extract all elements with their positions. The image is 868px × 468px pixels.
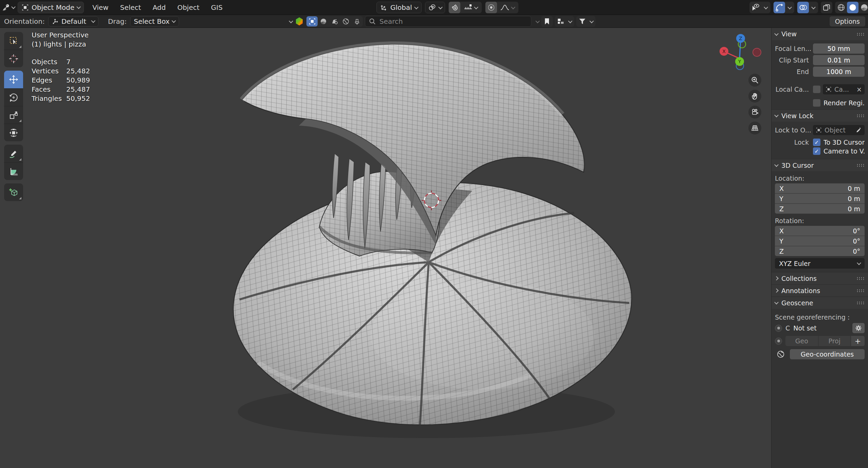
transform-tool[interactable] (4, 124, 23, 141)
viewport-header: Object Mode View Select Add Object GIS G… (0, 0, 868, 15)
pan-button[interactable] (748, 90, 761, 103)
display-mode-dropdown[interactable] (555, 16, 567, 26)
rotation-z-field[interactable]: Z0° (775, 246, 865, 256)
bookmark-button[interactable] (541, 16, 553, 27)
menu-add[interactable]: Add (147, 2, 172, 13)
gis-collapse-chevron-icon[interactable] (289, 19, 293, 23)
xray-toggle[interactable] (821, 2, 832, 13)
location-x-field[interactable]: X0 m (775, 183, 865, 193)
navigation-gizmo[interactable]: Z X Y (713, 29, 767, 75)
snap-target-dropdown[interactable] (460, 2, 481, 13)
add-cube-icon (8, 187, 19, 197)
filter-object-toggle[interactable] (306, 16, 318, 26)
proportional-falloff-dropdown[interactable] (497, 2, 518, 13)
mode-dropdown[interactable]: Object Mode (18, 2, 84, 13)
gizmo-dropdown-arrow[interactable] (785, 2, 794, 13)
shading-material-button[interactable] (858, 2, 868, 13)
panel-collections-header[interactable]: Collections (772, 272, 868, 284)
mode-label: Object Mode (32, 3, 74, 12)
panel-view-header[interactable]: View (772, 28, 868, 40)
shading-solid-button[interactable] (847, 2, 858, 13)
add-cube-tool[interactable] (4, 183, 23, 201)
transform-orientation-dropdown[interactable]: Global (376, 2, 422, 13)
panel-grip-handle[interactable] (856, 301, 865, 304)
panel-3d-cursor-header[interactable]: 3D Cursor (772, 159, 868, 171)
annotate-tool[interactable] (4, 145, 23, 162)
orientation-default-dropdown[interactable]: Default (48, 16, 99, 26)
gis-gem-icon[interactable] (295, 17, 304, 26)
local-camera-field[interactable]: Ca... × (823, 84, 865, 94)
panel-grip-handle[interactable] (856, 33, 865, 36)
scale-tool[interactable] (4, 106, 23, 124)
snap-toggle-button[interactable] (449, 2, 460, 13)
show-overlays-toggle[interactable] (797, 2, 809, 13)
menu-gis[interactable]: GIS (205, 2, 228, 13)
measure-tool[interactable] (4, 162, 23, 180)
geo-button[interactable]: Geo (785, 336, 818, 346)
menu-select[interactable]: Select (114, 2, 147, 13)
search-extra-chevron-icon[interactable] (535, 19, 540, 23)
filter-material-toggle[interactable] (318, 16, 329, 26)
ortho-toggle-button[interactable] (748, 122, 761, 134)
visibility-dropdown-arrow[interactable] (761, 2, 770, 13)
menu-view[interactable]: View (87, 2, 114, 13)
panel-geoscene-header[interactable]: Geoscene (772, 296, 868, 309)
rotation-x-field[interactable]: X0° (775, 226, 865, 236)
panel-grip-handle[interactable] (856, 289, 865, 292)
crs-settings-button[interactable] (852, 323, 865, 333)
rotate-tool[interactable] (4, 88, 23, 106)
drag-mode-dropdown[interactable]: Select Box (130, 16, 179, 26)
search-input[interactable] (379, 17, 528, 25)
move-tool[interactable] (4, 71, 23, 88)
axis-label: Z (779, 248, 853, 255)
panel-grip-handle[interactable] (856, 277, 865, 280)
panel-grip-handle[interactable] (856, 164, 865, 167)
filter-brush-toggle[interactable] (351, 16, 362, 26)
search-box[interactable] (365, 16, 531, 27)
camera-to-view-checkbox[interactable]: ✓ (813, 147, 820, 155)
panel-grip-handle[interactable] (856, 114, 865, 117)
proj-radio[interactable] (775, 338, 782, 345)
eyedropper-icon[interactable] (856, 127, 862, 133)
lock-3d-cursor-label: To 3D Cursor (823, 139, 865, 146)
orientation-gizmo-icon (52, 18, 59, 25)
panel-annotations-title: Annotations (781, 287, 820, 294)
rotation-mode-dropdown[interactable]: XYZ Euler (775, 258, 865, 269)
geo-globe-button[interactable] (775, 349, 786, 359)
overlays-dropdown-arrow[interactable] (809, 2, 818, 13)
proportional-editing-toggle[interactable] (485, 2, 497, 13)
cursor-tool[interactable] (4, 50, 23, 67)
proj-button[interactable]: Proj (818, 336, 851, 346)
show-gizmo-toggle[interactable] (774, 2, 785, 13)
rotation-y-field[interactable]: Y0° (775, 236, 865, 246)
pivot-point-dropdown[interactable] (425, 2, 445, 13)
local-camera-checkbox[interactable] (813, 86, 820, 93)
panel-view-lock-header[interactable]: View Lock (772, 109, 868, 122)
options-button[interactable]: Options (830, 16, 865, 26)
lock-3d-cursor-checkbox[interactable]: ✓ (813, 139, 820, 146)
filter-dropdown[interactable] (577, 16, 588, 26)
camera-view-button[interactable] (748, 106, 761, 119)
panel-annotations-header[interactable]: Annotations (772, 284, 868, 296)
location-y-field[interactable]: Y0 m (775, 194, 865, 203)
clip-start-field[interactable]: 0.01 m (813, 55, 865, 65)
select-box-tool[interactable] (4, 32, 23, 50)
axis-value: 0° (853, 227, 860, 235)
clip-end-field[interactable]: 1000 m (813, 67, 865, 77)
geo-coordinates-button[interactable]: Geo-coordinates (790, 349, 865, 359)
filter-texture-toggle[interactable] (329, 16, 340, 26)
location-z-field[interactable]: Z0 m (775, 204, 865, 214)
menu-object[interactable]: Object (172, 2, 205, 13)
clear-icon[interactable]: × (856, 86, 862, 93)
editor-type-button[interactable] (3, 2, 14, 13)
geo-label: Geo (795, 337, 808, 345)
zoom-button[interactable] (748, 74, 761, 87)
render-region-checkbox[interactable] (813, 99, 820, 107)
filter-world-toggle[interactable] (340, 16, 351, 26)
lock-to-object-field[interactable]: Object (813, 125, 865, 135)
add-crs-button[interactable]: + (851, 336, 865, 346)
shading-wireframe-button[interactable] (835, 2, 847, 13)
object-visibility-dropdown[interactable] (750, 2, 761, 13)
crs-radio[interactable] (775, 325, 782, 332)
focal-length-field[interactable]: 50 mm (813, 43, 865, 54)
